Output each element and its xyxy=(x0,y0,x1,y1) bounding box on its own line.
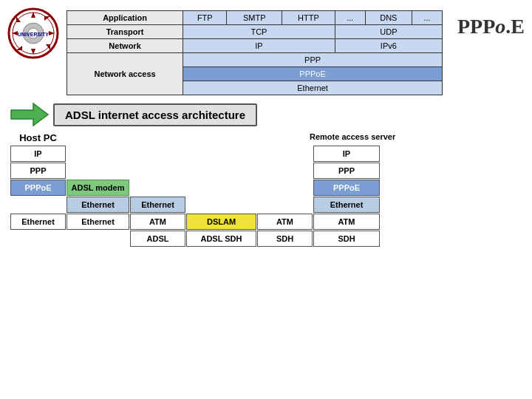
pppoe-row: PPPoE xyxy=(183,67,443,81)
ftp-cell: FTP xyxy=(183,11,227,25)
ipv6-cell: IPv6 xyxy=(335,39,442,53)
arrow-icon xyxy=(7,100,52,129)
svg-marker-13 xyxy=(11,103,48,126)
remote-ip: IP xyxy=(313,146,380,162)
transport-layer-label: Transport xyxy=(67,25,183,39)
http-cell: HTTP xyxy=(282,11,335,25)
adsl-modem-label: ADSL modem xyxy=(66,180,129,196)
banner-row: ADSL internet access architecture xyxy=(7,100,525,129)
udp-cell: UDP xyxy=(335,25,442,39)
remote-sdh-cell: SDH xyxy=(313,231,380,247)
dots-cell1: ... xyxy=(335,11,365,25)
modem-ethernet: Ethernet xyxy=(66,197,129,213)
dns-cell: DNS xyxy=(365,11,412,25)
sdh-cell: SDH xyxy=(257,231,313,247)
remote-atm: ATM xyxy=(313,214,380,230)
ppp-row: PPP xyxy=(183,53,443,67)
host-ip: IP xyxy=(10,146,66,162)
tcp-cell: TCP xyxy=(183,25,335,39)
network-layer-label: Network xyxy=(67,39,183,53)
pppoe-main-title: PPPo.E xyxy=(457,15,525,38)
remote-pppoe: PPPoE xyxy=(313,180,380,196)
dslam-cell: DSLAM xyxy=(186,214,256,230)
network-access-label: Network access xyxy=(67,53,183,95)
protocol-stack-table: Application FTP SMTP HTTP ... DNS ... Tr… xyxy=(66,10,443,95)
svg-text:UNIVERSITY: UNIVERSITY xyxy=(18,32,49,37)
mid-ethernet: Ethernet xyxy=(130,197,185,213)
smtp-cell: SMTP xyxy=(227,11,282,25)
host-ethernet: Ethernet xyxy=(10,214,66,230)
banner-text: ADSL internet access architecture xyxy=(53,103,257,126)
modem-ethernet2: Ethernet xyxy=(66,214,129,230)
adsl-sdh-cell: ADSL SDH xyxy=(186,231,256,247)
remote-ethernet: Ethernet xyxy=(313,197,380,213)
adsl-modem-col-label xyxy=(66,132,129,143)
host-ppp: PPP xyxy=(10,163,66,179)
architecture-section: Host PC Remote access server IP IP PPP P… xyxy=(0,132,532,247)
adsl-cell: ADSL xyxy=(130,231,185,247)
remote-ppp: PPP xyxy=(313,163,380,179)
mid-atm: ATM xyxy=(130,214,185,230)
ip-cell: IP xyxy=(183,39,335,53)
host-pc-label: Host PC xyxy=(10,132,66,143)
university-logo: UNIVERSITY xyxy=(7,7,59,59)
app-layer-label: Application xyxy=(67,11,183,25)
dots-cell2: ... xyxy=(412,11,442,25)
ethernet-top-row: Ethernet xyxy=(183,81,443,95)
top-section: UNIVERSITY Application FTP SMTP HTTP ...… xyxy=(0,0,532,95)
remote-server-label: Remote access server xyxy=(310,132,376,143)
host-pppoe: PPPoE xyxy=(10,180,66,196)
right-atm: ATM xyxy=(257,214,313,230)
